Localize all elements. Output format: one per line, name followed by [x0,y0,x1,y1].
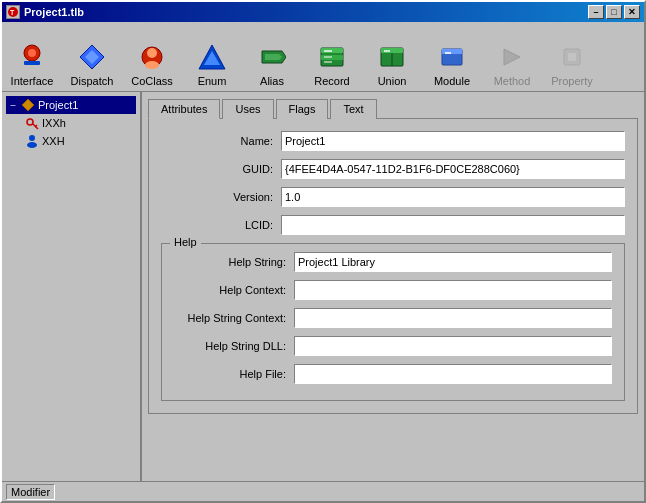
help-string-input[interactable] [294,252,612,272]
tree-item-xxh-label: XXH [42,135,65,147]
name-row: Name: [161,131,625,151]
help-file-input[interactable] [294,364,612,384]
svg-point-32 [29,135,35,141]
tab-content: Name: GUID: Version: LCID: [148,119,638,414]
guid-row: GUID: [161,159,625,179]
maximize-button[interactable]: □ [606,5,622,19]
svg-text:T: T [10,9,15,16]
title-bar: T Project1.tlb – □ ✕ [2,2,644,22]
version-input[interactable] [281,187,625,207]
main-area: – Project1 IX [2,92,644,481]
tree-expand-icon[interactable]: – [8,100,18,110]
svg-rect-4 [24,61,40,65]
alias-icon [256,41,288,73]
tree-item-xxh[interactable]: XXH [22,132,136,150]
help-context-label: Help Context: [174,284,294,296]
lcid-input[interactable] [281,215,625,235]
window-title: Project1.tlb [24,6,588,18]
toolbar: Interface Dispatch CoClass [2,22,644,92]
svg-rect-27 [568,53,576,61]
toolbar-coclass[interactable]: CoClass [124,41,180,87]
svg-rect-24 [445,52,451,54]
method-label: Method [494,75,531,87]
lcid-label: LCID: [161,219,281,231]
record-icon [316,41,348,73]
toolbar-dispatch[interactable]: Dispatch [64,41,120,87]
enum-icon [196,41,228,73]
content-panel: Attributes Uses Flags Text Name: [142,92,644,481]
status-bar: Modifier [2,481,644,501]
lcid-row: LCID: [161,215,625,235]
help-context-row: Help Context: [174,280,612,300]
toolbar-enum[interactable]: Enum [184,41,240,87]
svg-marker-25 [504,49,520,65]
guid-input[interactable] [281,159,625,179]
toolbar-method: Method [484,41,540,87]
status-text: Modifier [6,484,55,500]
version-row: Version: [161,187,625,207]
dispatch-icon [76,41,108,73]
name-input[interactable] [281,131,625,151]
property-label: Property [551,75,593,87]
tree-item-ixxh[interactable]: IXXh [22,114,136,132]
svg-point-9 [145,61,159,69]
tab-text[interactable]: Text [330,99,376,119]
property-icon [556,41,588,73]
svg-point-33 [27,142,37,148]
svg-point-8 [147,48,157,58]
project-icon [20,97,36,113]
help-string-dll-row: Help String DLL: [174,336,612,356]
help-string-row: Help String: [174,252,612,272]
app-icon: T [6,5,20,19]
enum-label: Enum [198,75,227,87]
help-file-row: Help File: [174,364,612,384]
tab-flags[interactable]: Flags [276,99,329,119]
svg-rect-16 [324,56,332,58]
tab-attributes[interactable]: Attributes [148,99,220,119]
tree-root[interactable]: – Project1 [6,96,136,114]
help-string-dll-input[interactable] [294,336,612,356]
method-icon [496,41,528,73]
coclass-label: CoClass [131,75,173,87]
toolbar-alias[interactable]: Alias [244,41,300,87]
svg-rect-15 [324,50,332,52]
help-string-context-label: Help String Context: [174,312,294,324]
help-string-context-input[interactable] [294,308,612,328]
interface-label: Interface [11,75,54,87]
dispatch-label: Dispatch [71,75,114,87]
tab-uses[interactable]: Uses [222,99,273,119]
toolbar-interface[interactable]: Interface [4,41,60,87]
help-string-label: Help String: [174,256,294,268]
help-string-dll-label: Help String DLL: [174,340,294,352]
union-label: Union [378,75,407,87]
help-string-context-row: Help String Context: [174,308,612,328]
tab-flags-label: Flags [289,103,316,115]
person-icon [24,133,40,149]
tree-root-label: Project1 [38,99,78,111]
toolbar-union[interactable]: Union [364,41,420,87]
help-context-input[interactable] [294,280,612,300]
guid-label: GUID: [161,163,281,175]
interface-icon [16,41,48,73]
minimize-button[interactable]: – [588,5,604,19]
alias-label: Alias [260,75,284,87]
union-icon [376,41,408,73]
tab-text-label: Text [343,103,363,115]
tree-panel: – Project1 IX [2,92,142,481]
toolbar-property: Property [544,41,600,87]
help-group: Help Help String: Help Context: Help Str… [161,243,625,401]
svg-marker-28 [22,99,34,111]
help-group-legend: Help [170,236,201,248]
toolbar-module[interactable]: Module [424,41,480,87]
tab-bar: Attributes Uses Flags Text [148,98,638,119]
key-icon [24,115,40,131]
tab-uses-label: Uses [235,103,260,115]
main-window: T Project1.tlb – □ ✕ Interface [0,0,646,503]
close-button[interactable]: ✕ [624,5,640,19]
toolbar-record[interactable]: Record [304,41,360,87]
tab-attributes-label: Attributes [161,103,207,115]
version-label: Version: [161,191,281,203]
svg-point-3 [28,49,36,57]
record-label: Record [314,75,349,87]
tree-children: IXXh XXH [6,114,136,150]
